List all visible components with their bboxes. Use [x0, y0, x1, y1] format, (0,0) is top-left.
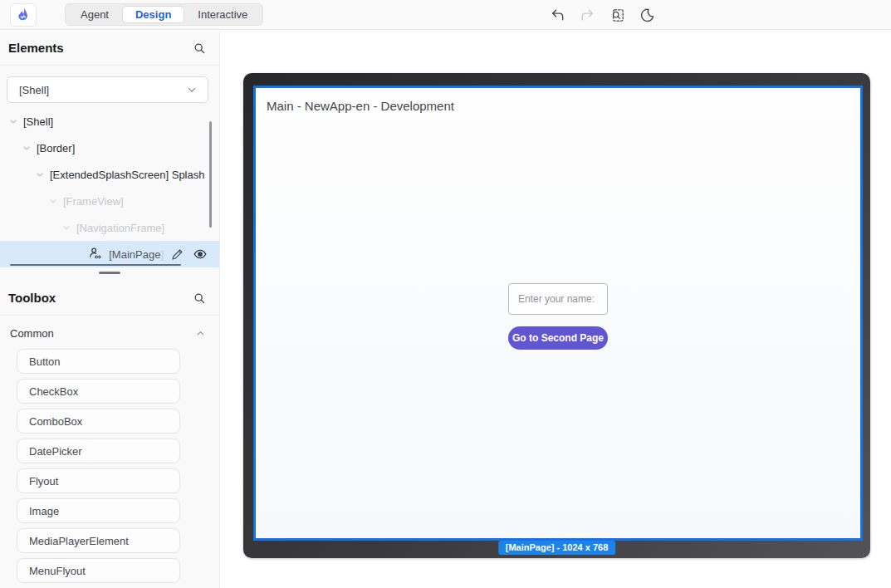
toolbox-item-list: Button CheckBox ComboBox DatePicker Flyo…	[0, 345, 219, 588]
mainpage-name-bracket: ]	[160, 248, 164, 261]
toolbox-panel-header: Toolbox	[0, 281, 219, 316]
tree-item-label: [ExtendedSplashScreen] Splash	[50, 169, 204, 181]
code-behind-person-icon	[87, 246, 104, 262]
design-surface[interactable]: Main - NewApp-en - Development Go to Sec…	[253, 86, 863, 541]
root-element-dropdown[interactable]: [Shell]	[7, 76, 208, 103]
tree-item-label: [NavigationFrame]	[76, 222, 164, 234]
tab-design[interactable]: Design	[122, 6, 184, 23]
tree-item-border[interactable]: [Border]	[0, 135, 219, 161]
elements-panel-title: Elements	[8, 41, 64, 55]
page-size-badge: [MainPage] - 1024 x 768	[498, 541, 616, 555]
toolbox-item-checkbox[interactable]: CheckBox	[17, 379, 180, 404]
panel-splitter-handle[interactable]	[99, 272, 120, 274]
tree-item-label: [Shell]	[23, 115, 53, 128]
dark-mode-moon-icon[interactable]	[636, 4, 658, 26]
design-canvas: Main - NewApp-en - Development Go to Sec…	[221, 31, 891, 588]
tree-item-frameview[interactable]: [FrameView]	[0, 188, 219, 214]
chevron-up-icon	[195, 328, 206, 339]
app-window-title: Main - NewApp-en - Development	[267, 99, 454, 113]
toolbox-item-combobox[interactable]: ComboBox	[17, 409, 180, 434]
name-textbox[interactable]	[508, 283, 608, 315]
tab-interactive[interactable]: Interactive	[184, 6, 261, 23]
tree-item-extendedsplashscreen[interactable]: [ExtendedSplashScreen] Splash	[0, 161, 219, 188]
tab-agent[interactable]: Agent	[67, 6, 122, 23]
chevron-down-icon[interactable]	[61, 223, 71, 233]
toolbox-item-datepicker[interactable]: DatePicker	[17, 439, 180, 463]
rename-underline	[10, 264, 181, 266]
tree-item-label: [FrameView]	[63, 195, 124, 208]
elements-search-icon[interactable]	[193, 42, 206, 55]
root-element-dropdown-value: [Shell]	[19, 84, 49, 96]
elements-tree-scrollbar[interactable]	[209, 121, 212, 228]
chevron-down-icon[interactable]	[48, 196, 58, 206]
toolbox-section-common[interactable]: Common	[0, 321, 219, 345]
visibility-eye-icon[interactable]	[193, 247, 208, 262]
elements-tree: [Shell] [Border] [ExtendedSplashScreen] …	[0, 108, 219, 267]
chevron-down-icon[interactable]	[8, 116, 18, 126]
left-sidebar: Elements [Shell] [Shell] [Border] [Exten…	[0, 31, 220, 588]
elements-panel-header: Elements	[0, 31, 219, 66]
mainpage-name-text[interactable]: [MainPage	[109, 248, 160, 261]
mode-switcher: Agent Design Interactive	[65, 3, 263, 26]
app-logo-button[interactable]	[10, 3, 37, 27]
tree-item-navigationframe[interactable]: [NavigationFrame]	[0, 214, 219, 241]
hot-design-flame-icon	[16, 7, 31, 23]
chevron-down-icon[interactable]	[35, 169, 45, 179]
toolbox-item-image[interactable]: Image	[17, 498, 180, 523]
tree-item-label: [Border]	[37, 142, 75, 154]
tree-item-shell[interactable]: [Shell]	[0, 108, 219, 135]
chevron-down-icon[interactable]	[22, 143, 32, 153]
undo-icon[interactable]	[546, 4, 568, 26]
toolbar-icon-group	[546, 4, 658, 26]
redo-icon[interactable]	[576, 4, 598, 26]
device-monitor-frame: Main - NewApp-en - Development Go to Sec…	[243, 73, 870, 558]
toolbox-section-label: Common	[10, 327, 54, 340]
top-toolbar: Agent Design Interactive	[0, 0, 891, 30]
zoom-to-fit-icon[interactable]	[606, 4, 628, 26]
toolbox-item-button[interactable]: Button	[17, 349, 180, 374]
toolbox-item-menuflyout[interactable]: MenuFlyout	[17, 558, 180, 583]
tree-item-mainpage-selected[interactable]: [MainPage]	[0, 241, 219, 267]
toolbox-search-icon[interactable]	[193, 292, 206, 305]
toolbox-panel-title: Toolbox	[8, 291, 56, 305]
chevron-down-icon	[186, 84, 198, 96]
go-to-second-page-button[interactable]: Go to Second Page	[508, 326, 608, 350]
rename-pencil-icon[interactable]	[170, 247, 184, 262]
toolbox-item-flyout[interactable]: Flyout	[17, 468, 180, 493]
toolbox-item-mediaplayerelement[interactable]: MediaPlayerElement	[17, 528, 180, 553]
